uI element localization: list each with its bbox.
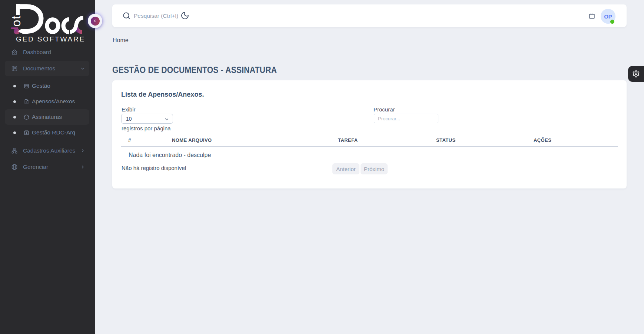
svg-text:ot: ot (9, 15, 23, 27)
svg-text:GED SOFTWARE: GED SOFTWARE (16, 35, 85, 43)
